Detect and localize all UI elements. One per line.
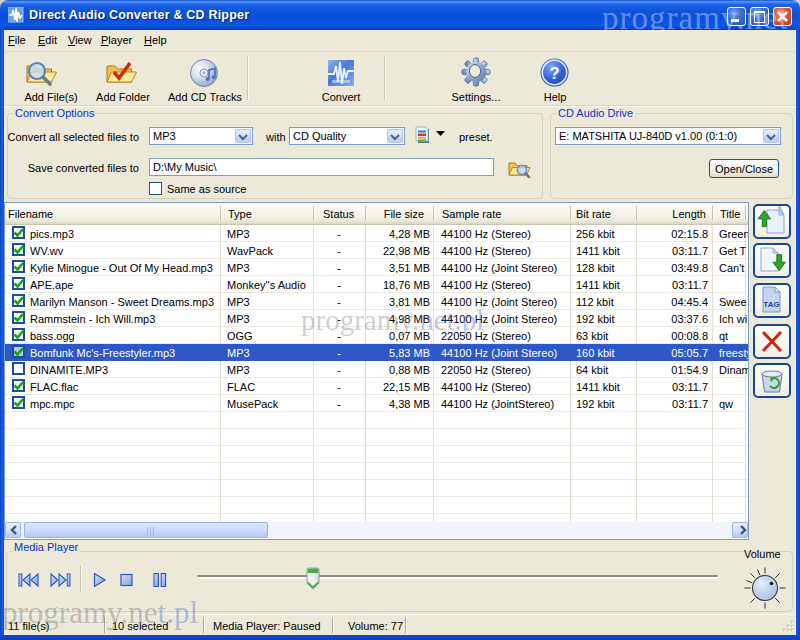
- svg-text:?: ?: [549, 64, 559, 83]
- svg-text:TAG: TAG: [763, 300, 779, 309]
